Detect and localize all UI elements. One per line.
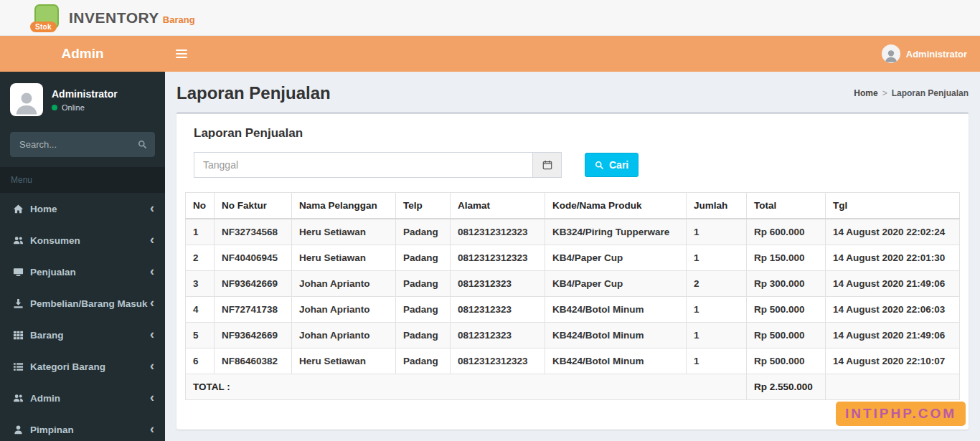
table-cell: NF93642669 (215, 271, 292, 297)
table-cell: 0812312312323 (451, 245, 545, 271)
table-cell: NF72741738 (215, 297, 292, 323)
calendar-icon[interactable] (533, 152, 562, 178)
chevron-left-icon: ‹ (150, 265, 154, 279)
table-cell: 2 (687, 271, 747, 297)
table-cell: 0812312323 (451, 271, 545, 297)
table-cell: 1 (687, 348, 747, 374)
table-cell: NF32734568 (215, 219, 292, 245)
top-brand-bar: Stok INVENTORY Barang (0, 0, 980, 36)
online-status-icon (52, 105, 57, 110)
navbar-user-name: Administrator (906, 49, 967, 60)
total-label: TOTAL : (186, 374, 747, 400)
sidebar: Administrator Online Menu Home ‹ K (0, 72, 165, 441)
chevron-left-icon: ‹ (150, 422, 154, 437)
sales-icon (13, 267, 30, 278)
sidebar-item-home[interactable]: Home ‹ (0, 193, 165, 224)
total-value: Rp 2.550.000 (747, 374, 826, 400)
sidebar-item-admin[interactable]: Admin ‹ (0, 382, 165, 414)
report-table-head-row: NoNo FakturNama PelangganTelpAlamatKode/… (186, 193, 960, 219)
home-icon (13, 204, 30, 214)
table-cell: Rp 150.000 (747, 245, 826, 271)
table-cell: 14 August 2020 22:02:24 (826, 219, 960, 245)
cari-button[interactable]: Cari (585, 153, 639, 177)
page-title: Laporan Penjualan (176, 83, 331, 103)
breadcrumb: Home > Laporan Penjualan (854, 88, 969, 98)
sidebar-item-penjualan[interactable]: Penjualan ‹ (0, 256, 165, 288)
table-cell: 0812312323 (451, 297, 545, 323)
user-status: Online (52, 103, 118, 112)
table-cell: 3 (186, 271, 215, 297)
table-cell: KB424/Botol Minum (545, 297, 687, 323)
search-submit-button[interactable] (131, 133, 154, 156)
table-cell: 1 (186, 219, 215, 245)
table-cell: 1 (687, 297, 747, 323)
sidebar-toggle-button[interactable] (165, 36, 197, 72)
table-cell: KB424/Botol Minum (545, 348, 687, 374)
table-cell: 5 (186, 323, 215, 348)
column-header: Kode/Nama Produk (545, 193, 687, 219)
table-cell: 0812312323 (451, 323, 545, 348)
sidebar-user-panel: Administrator Online (0, 72, 165, 128)
brand-title: INVENTORY (69, 9, 159, 27)
report-card: Laporan Penjualan Cari NoNo FakturNama P… (176, 112, 969, 430)
table-cell: Rp 500.000 (747, 323, 826, 348)
table-cell: Rp 300.000 (747, 271, 826, 297)
sidebar-menu-header: Menu (0, 167, 165, 193)
navbar-user-menu[interactable]: Administrator (882, 36, 980, 72)
sidebar-item-konsumen[interactable]: Konsumen ‹ (0, 224, 165, 256)
filter-form: Cari (176, 148, 969, 188)
admin-users-icon (13, 393, 30, 404)
sidebar-item-kategori-barang[interactable]: Kategori Barang ‹ (0, 351, 165, 382)
column-header: No (186, 193, 215, 219)
table-cell: Padang (396, 348, 451, 374)
sidebar-item-pimpinan[interactable]: Pimpinan ‹ (0, 414, 165, 441)
chevron-left-icon: ‹ (150, 328, 154, 342)
logo-ribbon-label: Stok (30, 22, 57, 32)
table-cell: Padang (396, 323, 451, 348)
report-table: NoNo FakturNama PelangganTelpAlamatKode/… (185, 192, 960, 400)
table-cell: 14 August 2020 21:49:06 (826, 271, 960, 297)
table-cell: 2 (186, 245, 215, 271)
table-row: 2NF40406945Heru SetiawanPadang0812312312… (186, 245, 960, 271)
brand-subtitle: Barang (163, 14, 195, 27)
table-cell: 0812312312323 (451, 219, 545, 245)
table-cell: NF93642669 (215, 323, 292, 348)
online-status-label: Online (62, 103, 85, 112)
table-row: 4NF72741738Johan ApriantoPadang081231232… (186, 297, 960, 323)
chevron-left-icon: ‹ (150, 296, 154, 310)
table-cell: 0812312312323 (451, 348, 545, 374)
sidebar-item-pembelian-barang-masuk[interactable]: Pembelian/Barang Masuk ‹ (0, 288, 165, 319)
date-input[interactable] (194, 152, 533, 178)
navbar-brand-admin[interactable]: Admin (0, 46, 165, 62)
table-cell: KB424/Botol Minum (545, 323, 687, 348)
table-cell: Johan Aprianto (292, 297, 396, 323)
table-cell: 14 August 2020 21:49:06 (826, 323, 960, 348)
sidebar-item-barang[interactable]: Barang ‹ (0, 319, 165, 351)
table-cell: Rp 500.000 (747, 297, 826, 323)
table-row: 5NF93642669Johan ApriantoPadang081231232… (186, 323, 960, 348)
chevron-left-icon: ‹ (150, 233, 154, 247)
total-empty-cell (826, 374, 960, 400)
column-header: Tgl (826, 193, 960, 219)
table-cell: NF86460382 (215, 348, 292, 374)
main-navbar: Admin Administrator (0, 36, 980, 72)
breadcrumb-current: Laporan Penjualan (892, 88, 969, 98)
table-cell: 6 (186, 348, 215, 374)
breadcrumb-home-link[interactable]: Home (854, 88, 877, 98)
table-cell: Padang (396, 297, 451, 323)
table-cell: Heru Setiawan (292, 348, 396, 374)
table-cell: 1 (687, 245, 747, 271)
search-icon (138, 140, 147, 149)
table-cell: NF40406945 (215, 245, 292, 271)
user-avatar-icon (882, 44, 900, 63)
download-icon (13, 298, 30, 309)
report-table-body: 1NF32734568Heru SetiawanPadang0812312312… (186, 219, 960, 400)
chevron-left-icon: ‹ (150, 201, 154, 216)
table-cell: 14 August 2020 22:10:07 (826, 348, 960, 374)
table-cell: KB324/Piring Tupperware (545, 219, 687, 245)
column-header: Alamat (451, 193, 545, 219)
search-icon (595, 161, 604, 170)
table-cell: Heru Setiawan (292, 219, 396, 245)
table-total-row: TOTAL :Rp 2.550.000 (186, 374, 960, 400)
table-cell: 14 August 2020 22:06:03 (826, 297, 960, 323)
